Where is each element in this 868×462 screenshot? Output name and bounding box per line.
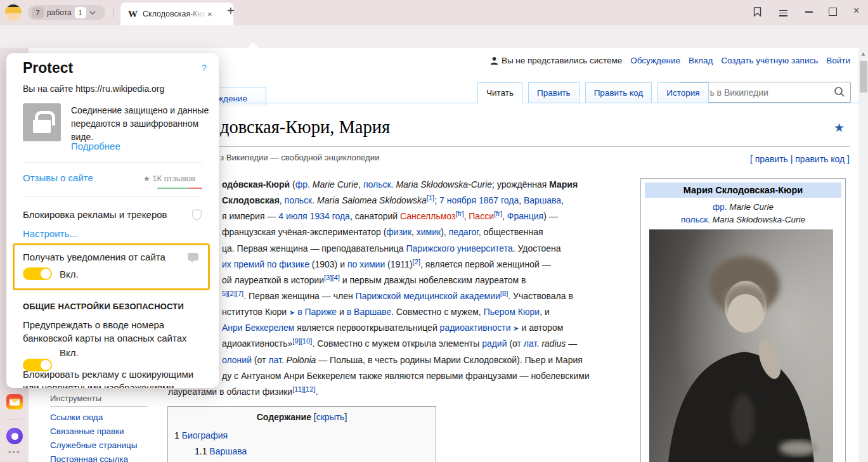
sidebar-link-whatlinkshere[interactable]: Ссылки сюда <box>50 411 137 425</box>
toolbar: Я https://ru.wikipedia.org/wiki/Склодовс… <box>0 25 868 48</box>
reviews-rating-bar <box>157 188 202 189</box>
new-tab-button[interactable]: + <box>227 4 235 18</box>
protect-popup: Protect ? Вы на сайте https://ru.wikiped… <box>6 53 219 388</box>
tab-read[interactable]: Читать <box>477 82 522 103</box>
tab-edit-source[interactable]: Править код <box>585 82 652 103</box>
sidebar-link-specialpages[interactable]: Служебные страницы <box>50 439 137 452</box>
yandex-mail-icon[interactable] <box>6 394 23 409</box>
article-line: французская учёная-экспериментатор (физи… <box>222 227 590 243</box>
infobox: Мария Склодовская-Кюри фр. Marie Curie п… <box>640 178 846 462</box>
secure-connection-text: Соединение защищено и данные передаются … <box>71 104 218 144</box>
infobox-name-fr: фр. Marie Curie <box>641 201 845 214</box>
article-line: 5][2][7]. Первая женщина — член Парижско… <box>222 291 590 307</box>
notifications-toggle[interactable] <box>23 267 52 280</box>
minimize-button[interactable] <box>805 11 813 13</box>
toc-header[interactable]: Содержание [скрыть] <box>168 412 436 422</box>
shield-icon <box>191 209 202 221</box>
maximize-button[interactable] <box>829 8 837 16</box>
article-line: ду с Антуаном Анри Беккерелем также явля… <box>222 371 590 387</box>
toc-item-warsaw[interactable]: 1.1 Варшава <box>195 446 436 456</box>
tab-group-label: работа <box>47 8 72 17</box>
card-warning-state: Вкл. <box>60 347 79 358</box>
person-icon <box>490 56 498 65</box>
scrollbar-thumb[interactable] <box>860 61 867 93</box>
article-line: лауреатами в области физики[11][12]. <box>168 387 590 402</box>
notifications-highlight-box <box>13 243 210 290</box>
adblock-label: Блокировка рекламы и трекеров <box>23 209 167 220</box>
login-link[interactable]: Войти <box>826 56 850 65</box>
tab-title: Склодовская-Кюри, Ма <box>143 10 206 18</box>
bookmarks-panel-icon[interactable] <box>752 6 763 17</box>
alice-assistant-icon[interactable] <box>6 428 23 444</box>
card-warning-label: Предупреждать о вводе номера банковской … <box>23 318 213 345</box>
tools-header: Инструменты <box>50 394 148 407</box>
infobox-name-pl: польск. Maria Skłodowska-Curie <box>641 214 845 226</box>
article-line: олоний (от лат. Polōnia — Польша, в чест… <box>222 355 590 371</box>
tab-group[interactable]: 7 работа 1 <box>28 5 105 20</box>
chat-bubble-icon <box>188 253 198 260</box>
protect-title: Protect <box>23 60 73 77</box>
watch-star-icon[interactable]: ★ <box>834 120 845 134</box>
search-icon[interactable] <box>834 86 845 98</box>
tab-group-badge: 1 <box>75 7 86 18</box>
active-tab[interactable]: W Склодовская-Кюри, Ма × <box>120 3 233 25</box>
lead-paragraph: одо́вская-Кюри́ (фр. Marie Curie, польск… <box>222 179 590 402</box>
tab-edit[interactable]: Править <box>528 82 580 103</box>
portrait-photo[interactable] <box>649 229 833 462</box>
article-line: нститутов Кюри ➤ в Париже и в Варшаве. С… <box>222 307 590 323</box>
configure-link[interactable]: Настроить... <box>23 228 77 239</box>
article-line: Анри Беккерелем является первооткрывател… <box>222 323 590 338</box>
article-line: одо́вская-Кюри́ (фр. Marie Curie, польск… <box>222 179 590 195</box>
toc-box: Содержание [скрыть] 1 Биография 1.1 Варш… <box>167 406 436 462</box>
sidebar-link-permalink[interactable]: Постоянная ссылка <box>50 452 137 462</box>
login-status: Вы не представились системе <box>490 56 622 65</box>
browser-window: 7 работа 1 W Склодовская-Кюри, Ма × + × … <box>0 0 868 462</box>
window-close-button[interactable]: × <box>853 5 859 16</box>
tab-bar: 7 работа 1 W Склодовская-Кюри, Ма × + × <box>0 0 868 25</box>
star-icon: ★ <box>143 174 150 183</box>
menu-icon[interactable] <box>779 8 787 18</box>
more-icon[interactable]: ••• <box>8 447 21 457</box>
page-scrollbar[interactable]: ▲ <box>858 48 868 462</box>
details-link[interactable]: Подробнее <box>71 141 120 151</box>
article-line: я империя — 4 июля 1934 года, санаторий … <box>222 211 590 227</box>
notifications-state: Вкл. <box>60 269 79 279</box>
general-security-header: ОБЩИЕ НАСТРОЙКИ БЕЗОПАСНОСТИ <box>23 302 184 311</box>
article-line: их премий по физике (1903) и по химии (1… <box>222 259 590 275</box>
infobox-title: Мария Склодовская-Кюри <box>645 183 841 198</box>
tab-group-count: 7 <box>32 7 44 18</box>
lock-icon <box>23 103 61 141</box>
site-tagline: з Википедии — свободной энциклопедии <box>220 153 380 162</box>
toc-item-biography[interactable]: 1 Биография <box>174 430 436 440</box>
help-link[interactable]: ? <box>202 63 207 73</box>
article-line: адиоактивность»[9][10]. Совместно с муже… <box>222 338 590 354</box>
talk-link[interactable]: Обсуждение <box>630 56 680 65</box>
scrollbar-up-icon[interactable]: ▲ <box>858 48 868 60</box>
create-account-link[interactable]: Создать учётную запись <box>721 56 818 65</box>
tools-links: Ссылки сюда Связанные правки Служебные с… <box>50 411 137 462</box>
page-title: довская-Кюри, Мария <box>220 117 390 138</box>
article-line: Склодовская, польск. Maria Salomea Skłod… <box>222 195 590 211</box>
shock-ads-label: Блокировать рекламу с шокирующими или не… <box>23 368 210 388</box>
site-line: Вы на сайте https://ru.wikipedia.org <box>23 84 164 94</box>
reviews-count[interactable]: ★ 1К отзывов <box>143 174 195 183</box>
sidebar-link-relatedchanges[interactable]: Связанные правки <box>50 425 137 439</box>
wiki-view-tabs: Читать Править Править код История <box>477 82 709 103</box>
profile-avatar[interactable] <box>5 4 22 21</box>
chevron-down-icon <box>89 11 96 15</box>
tab-separator <box>113 8 113 18</box>
wikipedia-favicon: W <box>128 9 138 20</box>
site-reviews-link[interactable]: Отзывы о сайте <box>23 172 93 183</box>
wiki-personal-bar: Вы не представились системе Обсуждение В… <box>490 56 850 65</box>
notifications-label: Получать уведомления от сайта <box>23 252 165 262</box>
close-tab-icon[interactable]: × <box>207 10 212 19</box>
article-line: ца. Первая женщина — преподавательница П… <box>222 243 590 259</box>
article-line: ой лауреаткой в истории[3][4] и первым д… <box>222 275 590 291</box>
tab-history[interactable]: История <box>657 82 708 103</box>
contributions-link[interactable]: Вклад <box>689 56 713 65</box>
section-edit-links[interactable]: [ править | править код ] <box>750 154 850 164</box>
